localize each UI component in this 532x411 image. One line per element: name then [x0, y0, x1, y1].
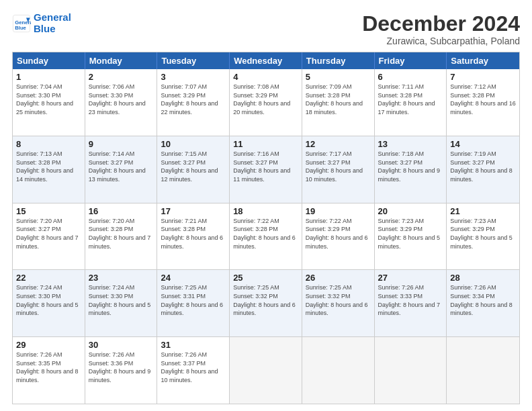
- day-number: 15: [16, 206, 81, 216]
- day-number: 4: [233, 72, 298, 82]
- day-number: 11: [233, 139, 298, 149]
- calendar-header: SundayMondayTuesdayWednesdayThursdayFrid…: [13, 52, 519, 69]
- day-cell-10: 10Sunrise: 7:15 AMSunset: 3:27 PMDayligh…: [157, 136, 230, 203]
- day-info: Sunrise: 7:20 AMSunset: 3:27 PMDaylight:…: [16, 217, 81, 250]
- day-number: 26: [306, 273, 371, 283]
- day-number: 6: [378, 72, 443, 82]
- day-info: Sunrise: 7:13 AMSunset: 3:28 PMDaylight:…: [16, 150, 81, 183]
- day-number: 2: [89, 72, 154, 82]
- day-number: 14: [450, 139, 516, 149]
- header-cell-thursday: Thursday: [302, 52, 375, 69]
- day-cell-23: 23Sunrise: 7:24 AMSunset: 3:30 PMDayligh…: [85, 270, 158, 336]
- empty-cell: [302, 337, 375, 404]
- day-cell-6: 6Sunrise: 7:11 AMSunset: 3:28 PMDaylight…: [375, 69, 447, 136]
- day-number: 24: [161, 273, 226, 283]
- day-info: Sunrise: 7:07 AMSunset: 3:29 PMDaylight:…: [161, 83, 226, 116]
- logo-icon: General Blue: [12, 14, 31, 33]
- day-number: 9: [89, 139, 154, 149]
- day-number: 21: [450, 206, 516, 216]
- title-block: December 2024 Zurawica, Subcarpathia, Po…: [362, 12, 520, 46]
- day-cell-4: 4Sunrise: 7:08 AMSunset: 3:29 PMDaylight…: [230, 69, 302, 136]
- header-cell-sunday: Sunday: [13, 52, 85, 69]
- calendar-page: General Blue GeneralBlue December 2024 Z…: [0, 0, 532, 411]
- day-cell-26: 26Sunrise: 7:25 AMSunset: 3:32 PMDayligh…: [302, 270, 375, 336]
- day-info: Sunrise: 7:23 AMSunset: 3:29 PMDaylight:…: [378, 217, 443, 250]
- day-cell-2: 2Sunrise: 7:06 AMSunset: 3:30 PMDaylight…: [85, 69, 158, 136]
- header-cell-tuesday: Tuesday: [157, 52, 230, 69]
- subtitle: Zurawica, Subcarpathia, Poland: [362, 36, 520, 46]
- day-cell-30: 30Sunrise: 7:26 AMSunset: 3:36 PMDayligh…: [85, 337, 158, 404]
- logo-text: GeneralBlue: [34, 12, 71, 34]
- day-info: Sunrise: 7:16 AMSunset: 3:27 PMDaylight:…: [233, 150, 298, 183]
- day-number: 17: [161, 206, 226, 216]
- day-cell-18: 18Sunrise: 7:22 AMSunset: 3:28 PMDayligh…: [230, 203, 302, 270]
- day-cell-7: 7Sunrise: 7:12 AMSunset: 3:28 PMDaylight…: [447, 69, 519, 136]
- day-cell-20: 20Sunrise: 7:23 AMSunset: 3:29 PMDayligh…: [375, 203, 447, 270]
- day-cell-13: 13Sunrise: 7:18 AMSunset: 3:27 PMDayligh…: [375, 136, 447, 203]
- main-title: December 2024: [362, 12, 520, 36]
- day-cell-21: 21Sunrise: 7:23 AMSunset: 3:29 PMDayligh…: [447, 203, 519, 270]
- empty-cell: [230, 337, 302, 404]
- day-number: 28: [450, 273, 516, 283]
- day-info: Sunrise: 7:21 AMSunset: 3:28 PMDaylight:…: [161, 217, 226, 250]
- empty-cell: [447, 337, 519, 404]
- day-cell-8: 8Sunrise: 7:13 AMSunset: 3:28 PMDaylight…: [13, 136, 85, 203]
- day-info: Sunrise: 7:25 AMSunset: 3:32 PMDaylight:…: [233, 283, 298, 317]
- day-info: Sunrise: 7:26 AMSunset: 3:37 PMDaylight:…: [161, 351, 226, 384]
- day-info: Sunrise: 7:23 AMSunset: 3:29 PMDaylight:…: [450, 217, 516, 250]
- day-info: Sunrise: 7:26 AMSunset: 3:34 PMDaylight:…: [450, 283, 516, 317]
- day-info: Sunrise: 7:24 AMSunset: 3:30 PMDaylight:…: [16, 283, 81, 317]
- day-cell-28: 28Sunrise: 7:26 AMSunset: 3:34 PMDayligh…: [447, 270, 519, 336]
- day-cell-14: 14Sunrise: 7:19 AMSunset: 3:27 PMDayligh…: [447, 136, 519, 203]
- day-cell-15: 15Sunrise: 7:20 AMSunset: 3:27 PMDayligh…: [13, 203, 85, 270]
- day-info: Sunrise: 7:26 AMSunset: 3:35 PMDaylight:…: [16, 351, 81, 384]
- day-cell-31: 31Sunrise: 7:26 AMSunset: 3:37 PMDayligh…: [157, 337, 230, 404]
- day-cell-9: 9Sunrise: 7:14 AMSunset: 3:27 PMDaylight…: [85, 136, 158, 203]
- day-info: Sunrise: 7:09 AMSunset: 3:28 PMDaylight:…: [306, 83, 371, 116]
- day-info: Sunrise: 7:19 AMSunset: 3:27 PMDaylight:…: [450, 150, 516, 183]
- day-cell-19: 19Sunrise: 7:22 AMSunset: 3:29 PMDayligh…: [302, 203, 375, 270]
- day-number: 23: [89, 273, 154, 283]
- day-number: 30: [89, 340, 154, 350]
- day-cell-12: 12Sunrise: 7:17 AMSunset: 3:27 PMDayligh…: [302, 136, 375, 203]
- day-info: Sunrise: 7:25 AMSunset: 3:32 PMDaylight:…: [306, 283, 371, 317]
- day-cell-29: 29Sunrise: 7:26 AMSunset: 3:35 PMDayligh…: [13, 337, 85, 404]
- day-number: 1: [16, 72, 81, 82]
- calendar-row-1: 1Sunrise: 7:04 AMSunset: 3:30 PMDaylight…: [13, 69, 519, 136]
- day-info: Sunrise: 7:26 AMSunset: 3:33 PMDaylight:…: [378, 283, 443, 317]
- header-cell-monday: Monday: [85, 52, 158, 69]
- calendar-row-3: 15Sunrise: 7:20 AMSunset: 3:27 PMDayligh…: [13, 203, 519, 270]
- day-number: 8: [16, 139, 81, 149]
- logo: General Blue GeneralBlue: [12, 12, 71, 34]
- day-number: 29: [16, 340, 81, 350]
- calendar-row-2: 8Sunrise: 7:13 AMSunset: 3:28 PMDaylight…: [13, 136, 519, 203]
- day-info: Sunrise: 7:11 AMSunset: 3:28 PMDaylight:…: [378, 83, 443, 116]
- day-info: Sunrise: 7:08 AMSunset: 3:29 PMDaylight:…: [233, 83, 298, 116]
- day-number: 10: [161, 139, 226, 149]
- header-cell-friday: Friday: [375, 52, 447, 69]
- day-cell-22: 22Sunrise: 7:24 AMSunset: 3:30 PMDayligh…: [13, 270, 85, 336]
- day-cell-16: 16Sunrise: 7:20 AMSunset: 3:28 PMDayligh…: [85, 203, 158, 270]
- day-info: Sunrise: 7:15 AMSunset: 3:27 PMDaylight:…: [161, 150, 226, 183]
- page-header: General Blue GeneralBlue December 2024 Z…: [12, 12, 520, 46]
- day-cell-5: 5Sunrise: 7:09 AMSunset: 3:28 PMDaylight…: [302, 69, 375, 136]
- day-cell-24: 24Sunrise: 7:25 AMSunset: 3:31 PMDayligh…: [157, 270, 230, 336]
- day-info: Sunrise: 7:24 AMSunset: 3:30 PMDaylight:…: [89, 283, 154, 317]
- calendar: SundayMondayTuesdayWednesdayThursdayFrid…: [12, 52, 520, 404]
- day-number: 3: [161, 72, 226, 82]
- day-cell-25: 25Sunrise: 7:25 AMSunset: 3:32 PMDayligh…: [230, 270, 302, 336]
- day-cell-1: 1Sunrise: 7:04 AMSunset: 3:30 PMDaylight…: [13, 69, 85, 136]
- day-info: Sunrise: 7:25 AMSunset: 3:31 PMDaylight:…: [161, 283, 226, 317]
- day-cell-11: 11Sunrise: 7:16 AMSunset: 3:27 PMDayligh…: [230, 136, 302, 203]
- header-cell-wednesday: Wednesday: [230, 52, 302, 69]
- calendar-body: 1Sunrise: 7:04 AMSunset: 3:30 PMDaylight…: [13, 69, 519, 404]
- day-info: Sunrise: 7:17 AMSunset: 3:27 PMDaylight:…: [306, 150, 371, 183]
- day-info: Sunrise: 7:20 AMSunset: 3:28 PMDaylight:…: [89, 217, 154, 250]
- day-number: 18: [233, 206, 298, 216]
- day-cell-3: 3Sunrise: 7:07 AMSunset: 3:29 PMDaylight…: [157, 69, 230, 136]
- day-cell-17: 17Sunrise: 7:21 AMSunset: 3:28 PMDayligh…: [157, 203, 230, 270]
- day-info: Sunrise: 7:04 AMSunset: 3:30 PMDaylight:…: [16, 83, 81, 116]
- calendar-row-4: 22Sunrise: 7:24 AMSunset: 3:30 PMDayligh…: [13, 269, 519, 336]
- empty-cell: [375, 337, 447, 404]
- day-info: Sunrise: 7:12 AMSunset: 3:28 PMDaylight:…: [450, 83, 516, 116]
